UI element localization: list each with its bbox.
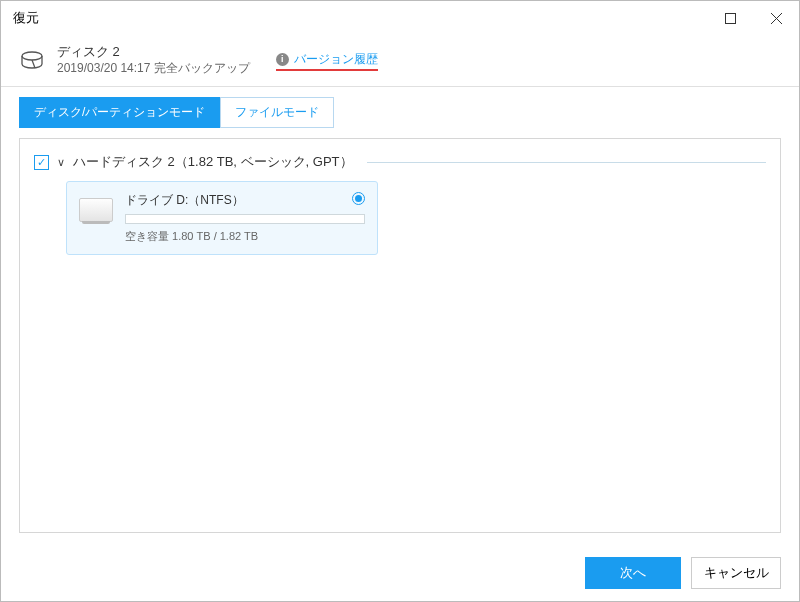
version-history-label: バージョン履歴 xyxy=(294,51,378,68)
mode-tabs: ディスク/パーティションモード ファイルモード xyxy=(1,87,799,138)
window-controls xyxy=(707,1,799,35)
cancel-button[interactable]: キャンセル xyxy=(691,557,781,589)
disk-separator xyxy=(367,162,766,163)
header-text: ディスク 2 2019/03/20 14:17 完全バックアップ xyxy=(57,44,250,76)
close-button[interactable] xyxy=(753,1,799,35)
disk-icon xyxy=(19,48,45,74)
radio-selected-icon xyxy=(355,195,362,202)
next-button[interactable]: 次へ xyxy=(585,557,681,589)
disk-row[interactable]: ✓ ∨ ハードディスク 2（1.82 TB, ベーシック, GPT） xyxy=(34,153,766,171)
header-backup-meta: 2019/03/20 14:17 完全バックアップ xyxy=(57,61,250,77)
window-title: 復元 xyxy=(13,9,707,27)
tab-disk-partition-mode[interactable]: ディスク/パーティションモード xyxy=(19,97,220,128)
drive-radio[interactable] xyxy=(352,192,365,205)
drive-card[interactable]: ドライブ D:（NTFS） 空き容量 1.80 TB / 1.82 TB xyxy=(66,181,378,255)
chevron-down-icon[interactable]: ∨ xyxy=(57,156,65,169)
version-history-link[interactable]: i バージョン履歴 xyxy=(276,51,378,71)
maximize-button[interactable] xyxy=(707,1,753,35)
svg-point-3 xyxy=(22,52,42,60)
tab-file-mode[interactable]: ファイルモード xyxy=(220,97,334,128)
header-disk-title: ディスク 2 xyxy=(57,44,250,61)
drive-icon xyxy=(79,198,113,222)
drive-info: ドライブ D:（NTFS） 空き容量 1.80 TB / 1.82 TB xyxy=(125,192,365,244)
close-icon xyxy=(771,13,782,24)
drive-space: 空き容量 1.80 TB / 1.82 TB xyxy=(125,229,365,244)
content-panel: ✓ ∨ ハードディスク 2（1.82 TB, ベーシック, GPT） ドライブ … xyxy=(19,138,781,533)
disk-checkbox[interactable]: ✓ xyxy=(34,155,49,170)
disk-label: ハードディスク 2（1.82 TB, ベーシック, GPT） xyxy=(73,153,353,171)
info-icon: i xyxy=(276,53,289,66)
drive-name: ドライブ D:（NTFS） xyxy=(125,192,365,209)
drive-usage-bar xyxy=(125,214,365,224)
svg-rect-0 xyxy=(725,13,735,23)
titlebar: 復元 xyxy=(1,1,799,35)
footer: 次へ キャンセル xyxy=(1,545,799,601)
maximize-icon xyxy=(725,13,736,24)
header: ディスク 2 2019/03/20 14:17 完全バックアップ i バージョン… xyxy=(1,35,799,87)
